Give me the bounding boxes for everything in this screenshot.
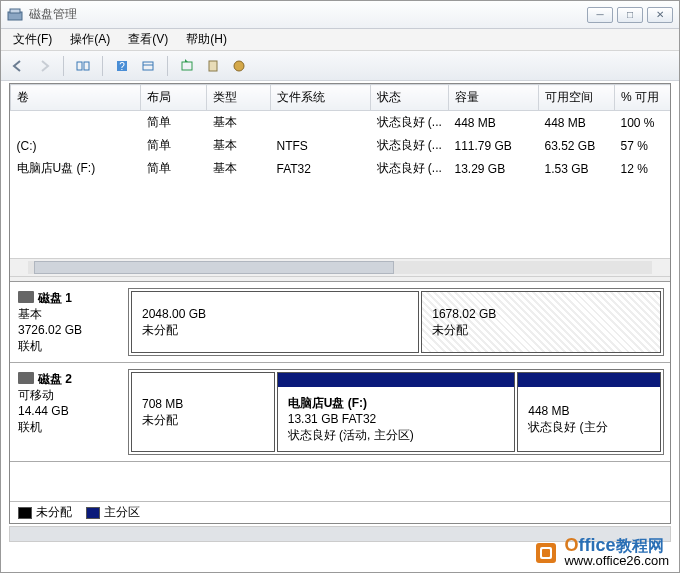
- toolbar-properties-icon[interactable]: [202, 55, 224, 77]
- disk-size: 14.44 GB: [18, 403, 120, 419]
- window-buttons: ─ □ ✕: [587, 7, 673, 23]
- menu-view[interactable]: 查看(V): [120, 29, 176, 50]
- disk-title: 磁盘 2: [38, 372, 72, 386]
- window-title: 磁盘管理: [29, 6, 587, 23]
- cell-cap: 13.29 GB: [449, 157, 539, 180]
- cell-fs: NTFS: [271, 134, 371, 157]
- table-row[interactable]: (C:)简单基本NTFS状态良好 (...111.79 GB63.52 GB57…: [11, 134, 671, 157]
- legend-primary-label: 主分区: [104, 505, 140, 519]
- disk-state: 联机: [18, 338, 120, 354]
- cell-status: 状态良好 (...: [371, 134, 449, 157]
- partition-size: 448 MB: [528, 403, 650, 419]
- volume-table[interactable]: 卷 布局 类型 文件系统 状态 容量 可用空间 % 可用 简单基本状态良好 (.…: [10, 84, 670, 258]
- work-area: 卷 布局 类型 文件系统 状态 容量 可用空间 % 可用 简单基本状态良好 (.…: [9, 83, 671, 524]
- maximize-button[interactable]: □: [617, 7, 643, 23]
- disk-info[interactable]: 磁盘 1基本3726.02 GB联机: [16, 288, 122, 356]
- toolbar-list-icon[interactable]: [137, 55, 159, 77]
- svg-rect-8: [182, 62, 192, 70]
- disk-info[interactable]: 磁盘 2可移动14.44 GB联机: [16, 369, 122, 455]
- svg-point-10: [234, 61, 244, 71]
- cell-type: 基本: [207, 134, 271, 157]
- disk-kind: 可移动: [18, 387, 120, 403]
- toolbar-refresh-icon[interactable]: [176, 55, 198, 77]
- col-free[interactable]: 可用空间: [539, 85, 615, 111]
- col-pctfree[interactable]: % 可用: [615, 85, 671, 111]
- svg-rect-1: [10, 9, 20, 13]
- partition[interactable]: 448 MB状态良好 (主分: [517, 372, 661, 452]
- volume-hscrollbar[interactable]: [10, 258, 670, 276]
- cell-pct: 100 %: [615, 111, 671, 135]
- legend: 未分配 主分区: [10, 501, 670, 523]
- menu-help[interactable]: 帮助(H): [178, 29, 235, 50]
- cell-pct: 57 %: [615, 134, 671, 157]
- table-row[interactable]: 电脑店U盘 (F:)简单基本FAT32状态良好 (...13.29 GB1.53…: [11, 157, 671, 180]
- col-layout[interactable]: 布局: [141, 85, 207, 111]
- cell-pct: 12 %: [615, 157, 671, 180]
- col-volume[interactable]: 卷: [11, 85, 141, 111]
- cell-free: 63.52 GB: [539, 134, 615, 157]
- cell-status: 状态良好 (...: [371, 157, 449, 180]
- col-status[interactable]: 状态: [371, 85, 449, 111]
- volume-list-pane: 卷 布局 类型 文件系统 状态 容量 可用空间 % 可用 简单基本状态良好 (.…: [10, 84, 670, 276]
- partition-size: 708 MB: [142, 396, 264, 412]
- disk-row: 磁盘 1基本3726.02 GB联机2048.00 GB未分配1678.02 G…: [10, 282, 670, 363]
- disk-row: 磁盘 2可移动14.44 GB联机708 MB未分配电脑店U盘 (F:)13.3…: [10, 363, 670, 462]
- watermark-url: www.office26.com: [564, 554, 669, 568]
- col-capacity[interactable]: 容量: [449, 85, 539, 111]
- toolbar-separator: [63, 56, 64, 76]
- partition-status: 未分配: [142, 322, 408, 338]
- watermark-logo-icon: [534, 541, 558, 565]
- help-icon[interactable]: ?: [111, 55, 133, 77]
- disk-state: 联机: [18, 419, 120, 435]
- partition-size: 1678.02 GB: [432, 306, 650, 322]
- svg-text:?: ?: [119, 61, 125, 72]
- disk-title: 磁盘 1: [38, 291, 72, 305]
- partition[interactable]: 1678.02 GB未分配: [421, 291, 661, 353]
- legend-primary: 主分区: [86, 504, 140, 521]
- svg-rect-2: [77, 62, 82, 70]
- back-button[interactable]: [7, 55, 29, 77]
- minimize-button[interactable]: ─: [587, 7, 613, 23]
- partition[interactable]: 电脑店U盘 (F:)13.31 GB FAT32状态良好 (活动, 主分区): [277, 372, 515, 452]
- partition-status: 未分配: [142, 412, 264, 428]
- svg-rect-9: [209, 61, 217, 71]
- legend-unallocated-label: 未分配: [36, 505, 72, 519]
- cell-layout: 简单: [141, 157, 207, 180]
- watermark: Office教程网 www.office26.com: [534, 538, 669, 568]
- legend-unallocated: 未分配: [18, 504, 72, 521]
- col-filesystem[interactable]: 文件系统: [271, 85, 371, 111]
- disk-icon: [18, 291, 34, 303]
- partition-size: 13.31 GB FAT32: [288, 411, 504, 427]
- toolbar: ?: [1, 51, 679, 81]
- cell-fs: [271, 111, 371, 135]
- cell-cap: 111.79 GB: [449, 134, 539, 157]
- menu-action[interactable]: 操作(A): [62, 29, 118, 50]
- partition[interactable]: 2048.00 GB未分配: [131, 291, 419, 353]
- disk-size: 3726.02 GB: [18, 322, 120, 338]
- app-icon: [7, 7, 23, 23]
- cell-name: 电脑店U盘 (F:): [11, 157, 141, 180]
- partition-status: 未分配: [432, 322, 650, 338]
- cell-free: 448 MB: [539, 111, 615, 135]
- svg-rect-3: [84, 62, 89, 70]
- cell-name: (C:): [11, 134, 141, 157]
- cell-fs: FAT32: [271, 157, 371, 180]
- col-type[interactable]: 类型: [207, 85, 271, 111]
- cell-layout: 简单: [141, 134, 207, 157]
- partition-name: 电脑店U盘 (F:): [288, 395, 504, 411]
- partition[interactable]: 708 MB未分配: [131, 372, 275, 452]
- table-row[interactable]: 简单基本状态良好 (...448 MB448 MB100 %: [11, 111, 671, 135]
- partition-size: 2048.00 GB: [142, 306, 408, 322]
- close-button[interactable]: ✕: [647, 7, 673, 23]
- partitions-container: 708 MB未分配电脑店U盘 (F:)13.31 GB FAT32状态良好 (活…: [128, 369, 664, 455]
- cell-type: 基本: [207, 157, 271, 180]
- svg-rect-6: [143, 62, 153, 70]
- toolbar-separator: [102, 56, 103, 76]
- menu-file[interactable]: 文件(F): [5, 29, 60, 50]
- toolbar-view-icon[interactable]: [72, 55, 94, 77]
- forward-button[interactable]: [33, 55, 55, 77]
- svg-rect-13: [542, 549, 550, 557]
- partitions-container: 2048.00 GB未分配1678.02 GB未分配: [128, 288, 664, 356]
- toolbar-settings-icon[interactable]: [228, 55, 250, 77]
- cell-status: 状态良好 (...: [371, 111, 449, 135]
